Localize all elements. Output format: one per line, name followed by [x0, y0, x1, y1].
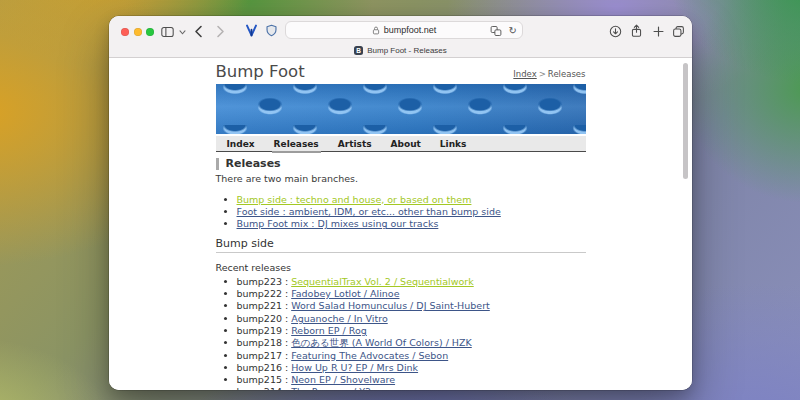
release-id: bump216	[237, 362, 282, 373]
close-button[interactable]	[121, 28, 129, 36]
branch-list: Bump side : techno and house, or based o…	[216, 194, 586, 231]
separator: :	[285, 288, 288, 299]
tab-bar: B Bump Foot - Releases	[109, 44, 692, 57]
tab-overview-icon[interactable]	[672, 25, 685, 38]
separator: :	[285, 362, 288, 373]
minimize-button[interactable]	[134, 28, 142, 36]
release-link[interactable]: How Up R U? EP / Mrs Dink	[291, 362, 418, 373]
breadcrumb-index-link[interactable]: Index	[513, 69, 536, 79]
page-title: Bump Foot	[216, 62, 305, 81]
list-item: Bump Foot mix : DJ mixes using our track…	[237, 218, 586, 230]
lock-icon	[372, 26, 380, 35]
recent-releases-label: Recent releases	[216, 263, 586, 273]
separator: :	[285, 313, 288, 324]
list-item: bump214:The Purpose / Y2	[237, 386, 586, 390]
release-id: bump214	[237, 386, 282, 390]
active-tab-title[interactable]: Bump Foot - Releases	[367, 46, 447, 55]
list-item: bump216:How Up R U? EP / Mrs Dink	[237, 362, 586, 374]
window-controls	[121, 28, 154, 36]
nav-item-artists[interactable]: Artists	[338, 139, 372, 149]
release-link[interactable]: Neon EP / Shovelware	[291, 374, 395, 385]
release-link[interactable]: Word Salad Homunculus / DJ Saint-Hubert	[291, 300, 490, 311]
separator: :	[285, 374, 288, 385]
url-text: bumpfoot.net	[384, 25, 437, 35]
forward-icon[interactable]	[216, 25, 225, 38]
list-item: bump222:Fadobey Lotlot / Alinoe	[237, 288, 586, 300]
zoom-button[interactable]	[146, 28, 154, 36]
nav-item-releases[interactable]: Releases	[274, 139, 319, 149]
sidebar-icon[interactable]	[161, 26, 174, 38]
downloads-icon[interactable]	[609, 25, 622, 38]
back-icon[interactable]	[194, 25, 203, 38]
release-link[interactable]: Reborn EP / Rog	[291, 325, 367, 336]
branch-link-bump-side[interactable]: Bump side : techno and house, or based o…	[237, 194, 472, 205]
release-id: bump220	[237, 313, 282, 324]
list-item: bump217:Featuring The Advocates / Sebon	[237, 350, 586, 362]
translate-icon[interactable]	[490, 25, 502, 37]
browser-toolbar: bumpfoot.net ↻ B Bump Foot - Releases	[109, 16, 692, 58]
desktop: { "browser": { "url": "bumpfoot.net", "t…	[0, 0, 800, 400]
separator: :	[285, 337, 288, 348]
release-link[interactable]: SequentialTrax Vol. 2 / Sequentialwork	[291, 276, 474, 287]
shield-extension-icon[interactable]	[265, 24, 278, 37]
release-link[interactable]: 色のある世界 (A World Of Colors) / HZK	[291, 337, 472, 348]
list-item: bump220:Aguanoche / In Vitro	[237, 313, 586, 325]
separator: :	[285, 276, 288, 287]
share-icon[interactable]	[630, 24, 643, 38]
list-item: bump223:SequentialTrax Vol. 2 / Sequenti…	[237, 276, 586, 288]
nav-item-index[interactable]: Index	[227, 139, 255, 149]
release-id: bump223	[237, 276, 282, 287]
breadcrumb-separator: >	[539, 69, 546, 79]
list-item: bump221:Word Salad Homunculus / DJ Saint…	[237, 300, 586, 312]
separator: :	[285, 300, 288, 311]
release-id: bump217	[237, 350, 282, 361]
chevron-down-icon[interactable]	[179, 30, 186, 35]
branch-link-foot-side[interactable]: Foot side : ambient, IDM, or etc... othe…	[237, 206, 501, 217]
release-id: bump221	[237, 300, 282, 311]
release-list: bump223:SequentialTrax Vol. 2 / Sequenti…	[216, 276, 586, 390]
release-id: bump222	[237, 288, 282, 299]
release-link[interactable]: Fadobey Lotlot / Alinoe	[291, 288, 399, 299]
release-link[interactable]: Aguanoche / In Vitro	[291, 313, 388, 324]
nav-item-about[interactable]: About	[391, 139, 421, 149]
new-tab-icon[interactable]	[652, 25, 665, 38]
release-link[interactable]: The Purpose / Y2	[291, 386, 371, 390]
release-id: bump215	[237, 374, 282, 385]
nav-item-links[interactable]: Links	[440, 139, 467, 149]
branch-link-bump-foot-mix[interactable]: Bump Foot mix : DJ mixes using our track…	[237, 218, 439, 229]
breadcrumb: Index>Releases	[513, 69, 585, 79]
page-content: Bump Foot Index>Releases Index Releases …	[109, 58, 692, 390]
list-item: bump218:色のある世界 (A World Of Colors) / HZK	[237, 337, 586, 349]
site-favicon: B	[354, 46, 363, 55]
main-nav: Index Releases Artists About Links	[216, 136, 586, 152]
browser-window: bumpfoot.net ↻ B Bump Foot - Releases	[109, 16, 692, 390]
list-item: bump219:Reborn EP / Rog	[237, 325, 586, 337]
release-id: bump218	[237, 337, 282, 348]
banner-image	[216, 84, 586, 134]
subsection-heading-bump-side: Bump side	[216, 238, 586, 253]
list-item: bump215:Neon EP / Shovelware	[237, 374, 586, 386]
reload-icon[interactable]: ↻	[509, 24, 517, 37]
separator: :	[285, 350, 288, 361]
scrollbar[interactable]	[683, 63, 688, 179]
breadcrumb-current: Releases	[548, 69, 586, 79]
separator: :	[285, 386, 288, 390]
release-id: bump219	[237, 325, 282, 336]
intro-text: There are two main branches.	[216, 174, 586, 185]
v-extension-icon[interactable]	[245, 24, 258, 37]
section-heading-releases: Releases	[216, 158, 586, 170]
release-link[interactable]: Featuring The Advocates / Sebon	[291, 350, 448, 361]
list-item: Foot side : ambient, IDM, or etc... othe…	[237, 206, 586, 218]
address-bar[interactable]: bumpfoot.net ↻	[285, 21, 523, 39]
list-item: Bump side : techno and house, or based o…	[237, 194, 586, 206]
separator: :	[285, 325, 288, 336]
